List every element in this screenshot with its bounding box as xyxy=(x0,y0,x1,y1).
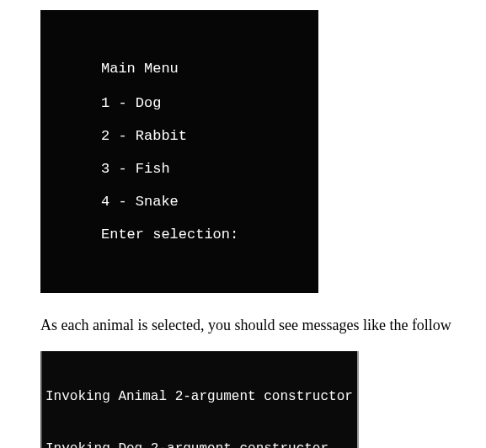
output-line: Invoking Dog 2-argument constructor xyxy=(45,440,354,448)
menu-item: 3 - Fish xyxy=(101,152,295,185)
main-menu-terminal: Main Menu 1 - Dog 2 - Rabbit 3 - Fish 4 … xyxy=(40,10,318,293)
constructor-output-terminal: Invoking Animal 2-argument constructor I… xyxy=(40,351,359,448)
menu-title: Main Menu xyxy=(101,52,295,85)
output-line: Invoking Animal 2-argument constructor xyxy=(45,388,354,406)
menu-prompt: Enter selection: xyxy=(101,218,295,251)
menu-item: 4 - Snake xyxy=(101,185,295,218)
menu-item: 1 - Dog xyxy=(101,87,295,120)
instruction-text-1: As each animal is selected, you should s… xyxy=(40,317,486,334)
menu-item: 2 - Rabbit xyxy=(101,120,295,152)
